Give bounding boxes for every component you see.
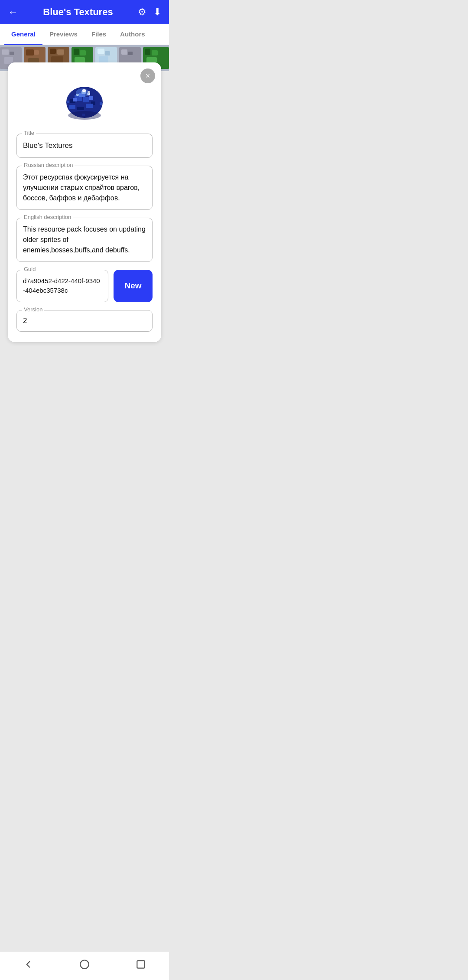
svg-rect-32 <box>83 97 89 102</box>
svg-rect-5 <box>26 49 34 56</box>
svg-rect-47 <box>88 91 90 93</box>
svg-rect-9 <box>50 49 56 54</box>
svg-rect-10 <box>57 49 64 55</box>
tab-general[interactable]: General <box>4 24 42 45</box>
svg-rect-1 <box>2 49 9 55</box>
svg-rect-44 <box>100 102 102 105</box>
svg-rect-37 <box>89 96 93 100</box>
settings-icon[interactable]: ⚙ <box>138 7 146 18</box>
svg-rect-43 <box>67 101 69 103</box>
svg-rect-13 <box>74 49 79 55</box>
tab-bar: General Previews Files Authors <box>0 24 169 45</box>
svg-rect-30 <box>77 107 84 110</box>
guid-row: Guid d7a90452-d422-440f-9340-404ebc35738… <box>16 270 153 302</box>
title-label: Title <box>22 130 36 136</box>
new-guid-button[interactable]: New <box>114 270 153 302</box>
guid-field[interactable]: Guid d7a90452-d422-440f-9340-404ebc35738… <box>16 270 108 302</box>
svg-rect-46 <box>82 89 86 92</box>
russian-description-label: Russian description <box>22 162 75 168</box>
russian-description-field[interactable]: Russian description Этот ресурспак фокус… <box>16 166 153 210</box>
edit-card: × <box>8 62 161 342</box>
close-button[interactable]: × <box>140 69 155 83</box>
tab-authors[interactable]: Authors <box>113 24 152 45</box>
guid-label: Guid <box>22 266 37 272</box>
svg-rect-14 <box>80 50 86 56</box>
guid-value[interactable]: d7a90452-d422-440f-9340-404ebc35738c <box>23 275 102 296</box>
svg-rect-18 <box>105 51 110 56</box>
svg-rect-6 <box>34 50 39 55</box>
svg-rect-34 <box>69 105 75 109</box>
planet-icon <box>61 75 108 123</box>
english-description-label: English description <box>22 214 73 220</box>
svg-rect-2 <box>10 52 14 55</box>
svg-rect-22 <box>128 52 133 55</box>
package-icon-container <box>16 75 153 123</box>
app-header: ← Blue's Textures ⚙ ⬇ <box>0 0 169 24</box>
header-actions: ⚙ ⬇ <box>138 7 161 18</box>
version-field[interactable]: Version 2 <box>16 310 153 332</box>
english-description-value[interactable]: This resource pack focuses on updating o… <box>23 223 146 255</box>
svg-rect-36 <box>73 98 77 101</box>
header-title: Blue's Textures <box>23 7 133 18</box>
svg-point-42 <box>76 88 89 97</box>
back-button[interactable]: ← <box>8 6 18 18</box>
version-label: Version <box>22 306 44 313</box>
title-field[interactable]: Title Blue's Textures <box>16 134 153 158</box>
svg-rect-25 <box>152 50 158 56</box>
download-icon[interactable]: ⬇ <box>153 7 161 18</box>
tab-files[interactable]: Files <box>84 24 113 45</box>
version-value[interactable]: 2 <box>23 316 146 325</box>
tab-previews[interactable]: Previews <box>42 24 84 45</box>
svg-rect-21 <box>121 49 127 55</box>
russian-description-value[interactable]: Этот ресурспак фокусируется на улучшении… <box>23 171 146 203</box>
english-description-field[interactable]: English description This resource pack f… <box>16 218 153 262</box>
svg-rect-33 <box>86 104 93 108</box>
svg-rect-45 <box>82 114 85 116</box>
svg-rect-24 <box>145 49 150 55</box>
svg-rect-17 <box>98 49 104 54</box>
title-value[interactable]: Blue's Textures <box>23 139 146 151</box>
main-content: × <box>0 62 169 377</box>
